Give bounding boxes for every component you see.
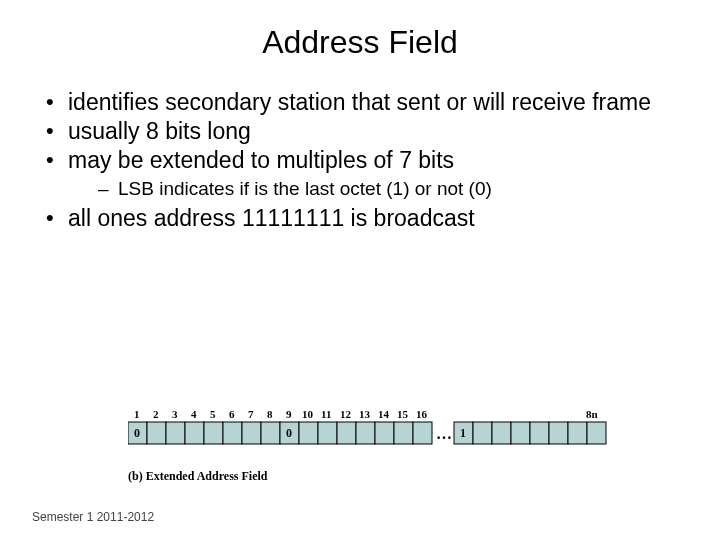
tick-label: 14 <box>378 408 390 420</box>
tick-label: 15 <box>397 408 409 420</box>
svg-rect-5 <box>223 422 242 444</box>
address-field-diagram: 1 2 3 4 5 6 7 8 9 10 11 12 13 14 15 16 8… <box>128 406 608 496</box>
sub-bullet-list: LSB indicates if is the last octet (1) o… <box>68 178 684 201</box>
bit-value: 0 <box>286 426 292 440</box>
ellipsis: … <box>436 425 452 442</box>
bullet-item: usually 8 bits long <box>40 118 684 145</box>
footer-text: Semester 1 2011-2012 <box>32 510 154 524</box>
svg-rect-11 <box>337 422 356 444</box>
svg-rect-23 <box>587 422 606 444</box>
tick-label: 2 <box>153 408 159 420</box>
svg-rect-12 <box>356 422 375 444</box>
tick-label: 4 <box>191 408 197 420</box>
tick-label: 1 <box>134 408 140 420</box>
tick-labels: 1 2 3 4 5 6 7 8 9 10 11 12 13 14 15 16 8… <box>134 408 598 420</box>
tick-label: 16 <box>416 408 428 420</box>
slide: Address Field identifies secondary stati… <box>0 24 720 540</box>
bullet-item: all ones address 11111111 is broadcast <box>40 205 684 232</box>
bullet-list: identifies secondary station that sent o… <box>40 89 720 232</box>
svg-rect-17 <box>473 422 492 444</box>
tick-label: 3 <box>172 408 178 420</box>
tick-label: 5 <box>210 408 216 420</box>
tick-label: 10 <box>302 408 314 420</box>
svg-rect-15 <box>413 422 432 444</box>
svg-rect-19 <box>511 422 530 444</box>
sub-bullet-item: LSB indicates if is the last octet (1) o… <box>68 178 684 201</box>
slide-title: Address Field <box>0 24 720 61</box>
tick-label: 13 <box>359 408 371 420</box>
svg-rect-21 <box>549 422 568 444</box>
svg-rect-3 <box>185 422 204 444</box>
svg-rect-1 <box>147 422 166 444</box>
ext-label: 8n <box>586 408 598 420</box>
svg-rect-20 <box>530 422 549 444</box>
tick-label: 12 <box>340 408 352 420</box>
svg-rect-13 <box>375 422 394 444</box>
svg-rect-7 <box>261 422 280 444</box>
tick-label: 8 <box>267 408 273 420</box>
bullet-item: may be extended to multiples of 7 bits L… <box>40 147 684 201</box>
octet-group-last: 1 <box>454 422 606 444</box>
octet-group-2: 0 <box>280 422 432 444</box>
tick-label: 11 <box>321 408 331 420</box>
tick-label: 6 <box>229 408 235 420</box>
bullet-item: identifies secondary station that sent o… <box>40 89 684 116</box>
diagram-svg: 1 2 3 4 5 6 7 8 9 10 11 12 13 14 15 16 8… <box>128 406 608 496</box>
octet-group-1: 0 <box>128 422 280 444</box>
svg-rect-22 <box>568 422 587 444</box>
svg-rect-4 <box>204 422 223 444</box>
tick-label: 9 <box>286 408 292 420</box>
bit-value: 1 <box>460 426 466 440</box>
svg-rect-14 <box>394 422 413 444</box>
bit-value: 0 <box>134 426 140 440</box>
svg-rect-9 <box>299 422 318 444</box>
svg-rect-2 <box>166 422 185 444</box>
svg-rect-18 <box>492 422 511 444</box>
svg-rect-6 <box>242 422 261 444</box>
tick-label: 7 <box>248 408 254 420</box>
diagram-caption: (b) Extended Address Field <box>128 469 268 483</box>
svg-rect-10 <box>318 422 337 444</box>
bullet-text: may be extended to multiples of 7 bits <box>68 147 454 173</box>
